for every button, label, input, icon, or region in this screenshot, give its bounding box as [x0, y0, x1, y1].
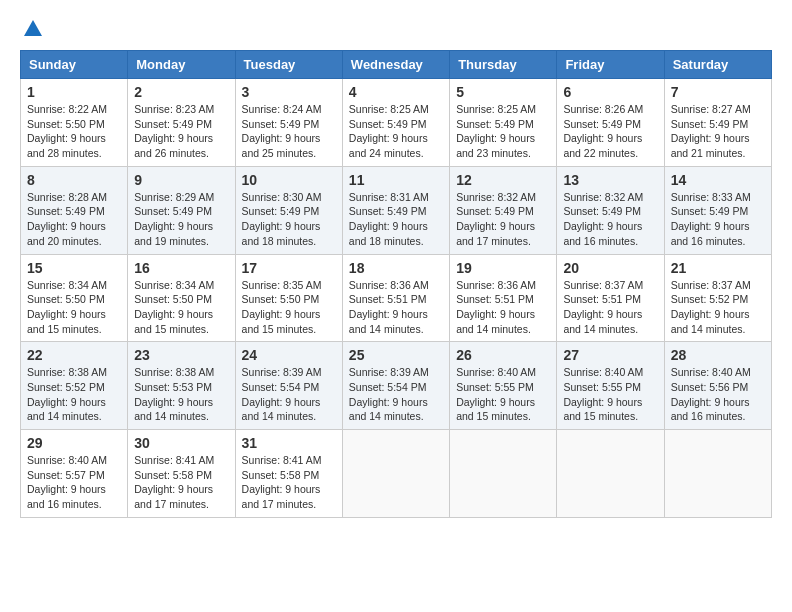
daylight-text: Daylight: 9 hours and 24 minutes. [349, 131, 443, 160]
day-number: 2 [134, 84, 228, 100]
sunset-text: Sunset: 5:49 PM [456, 204, 550, 219]
day-info: Sunrise: 8:40 AM Sunset: 5:56 PM Dayligh… [671, 365, 765, 424]
logo [20, 20, 44, 40]
sunset-text: Sunset: 5:56 PM [671, 380, 765, 395]
calendar-cell: 23 Sunrise: 8:38 AM Sunset: 5:53 PM Dayl… [128, 342, 235, 430]
sunrise-text: Sunrise: 8:41 AM [134, 453, 228, 468]
day-info: Sunrise: 8:25 AM Sunset: 5:49 PM Dayligh… [456, 102, 550, 161]
day-info: Sunrise: 8:37 AM Sunset: 5:52 PM Dayligh… [671, 278, 765, 337]
calendar-cell: 5 Sunrise: 8:25 AM Sunset: 5:49 PM Dayli… [450, 79, 557, 167]
day-number: 25 [349, 347, 443, 363]
day-info: Sunrise: 8:37 AM Sunset: 5:51 PM Dayligh… [563, 278, 657, 337]
day-number: 10 [242, 172, 336, 188]
calendar-cell: 26 Sunrise: 8:40 AM Sunset: 5:55 PM Dayl… [450, 342, 557, 430]
sunset-text: Sunset: 5:50 PM [134, 292, 228, 307]
day-info: Sunrise: 8:41 AM Sunset: 5:58 PM Dayligh… [242, 453, 336, 512]
sunrise-text: Sunrise: 8:25 AM [349, 102, 443, 117]
calendar-cell: 28 Sunrise: 8:40 AM Sunset: 5:56 PM Dayl… [664, 342, 771, 430]
day-of-week-sunday: Sunday [21, 51, 128, 79]
day-number: 21 [671, 260, 765, 276]
daylight-text: Daylight: 9 hours and 15 minutes. [134, 307, 228, 336]
sunrise-text: Sunrise: 8:25 AM [456, 102, 550, 117]
day-number: 19 [456, 260, 550, 276]
day-info: Sunrise: 8:27 AM Sunset: 5:49 PM Dayligh… [671, 102, 765, 161]
sunrise-text: Sunrise: 8:38 AM [134, 365, 228, 380]
daylight-text: Daylight: 9 hours and 21 minutes. [671, 131, 765, 160]
daylight-text: Daylight: 9 hours and 14 minutes. [456, 307, 550, 336]
calendar-cell: 27 Sunrise: 8:40 AM Sunset: 5:55 PM Dayl… [557, 342, 664, 430]
calendar-cell [342, 430, 449, 518]
sunset-text: Sunset: 5:49 PM [242, 117, 336, 132]
sunset-text: Sunset: 5:49 PM [671, 117, 765, 132]
calendar-cell [664, 430, 771, 518]
calendar-cell: 9 Sunrise: 8:29 AM Sunset: 5:49 PM Dayli… [128, 166, 235, 254]
daylight-text: Daylight: 9 hours and 26 minutes. [134, 131, 228, 160]
sunset-text: Sunset: 5:55 PM [563, 380, 657, 395]
day-info: Sunrise: 8:40 AM Sunset: 5:55 PM Dayligh… [563, 365, 657, 424]
sunset-text: Sunset: 5:49 PM [563, 204, 657, 219]
sunrise-text: Sunrise: 8:37 AM [563, 278, 657, 293]
sunrise-text: Sunrise: 8:40 AM [27, 453, 121, 468]
day-number: 1 [27, 84, 121, 100]
calendar-cell: 8 Sunrise: 8:28 AM Sunset: 5:49 PM Dayli… [21, 166, 128, 254]
sunrise-text: Sunrise: 8:29 AM [134, 190, 228, 205]
sunset-text: Sunset: 5:51 PM [456, 292, 550, 307]
day-number: 15 [27, 260, 121, 276]
day-info: Sunrise: 8:32 AM Sunset: 5:49 PM Dayligh… [563, 190, 657, 249]
sunset-text: Sunset: 5:49 PM [134, 204, 228, 219]
sunset-text: Sunset: 5:58 PM [134, 468, 228, 483]
calendar-cell [450, 430, 557, 518]
sunset-text: Sunset: 5:52 PM [671, 292, 765, 307]
sunrise-text: Sunrise: 8:23 AM [134, 102, 228, 117]
sunset-text: Sunset: 5:49 PM [27, 204, 121, 219]
day-info: Sunrise: 8:28 AM Sunset: 5:49 PM Dayligh… [27, 190, 121, 249]
calendar-cell: 15 Sunrise: 8:34 AM Sunset: 5:50 PM Dayl… [21, 254, 128, 342]
day-number: 14 [671, 172, 765, 188]
calendar-cell: 6 Sunrise: 8:26 AM Sunset: 5:49 PM Dayli… [557, 79, 664, 167]
day-number: 30 [134, 435, 228, 451]
daylight-text: Daylight: 9 hours and 25 minutes. [242, 131, 336, 160]
day-number: 26 [456, 347, 550, 363]
calendar-cell: 2 Sunrise: 8:23 AM Sunset: 5:49 PM Dayli… [128, 79, 235, 167]
day-info: Sunrise: 8:40 AM Sunset: 5:55 PM Dayligh… [456, 365, 550, 424]
page-header [20, 20, 772, 40]
calendar-cell: 29 Sunrise: 8:40 AM Sunset: 5:57 PM Dayl… [21, 430, 128, 518]
day-number: 5 [456, 84, 550, 100]
sunset-text: Sunset: 5:49 PM [349, 204, 443, 219]
day-info: Sunrise: 8:26 AM Sunset: 5:49 PM Dayligh… [563, 102, 657, 161]
daylight-text: Daylight: 9 hours and 16 minutes. [27, 482, 121, 511]
calendar-cell [557, 430, 664, 518]
day-info: Sunrise: 8:38 AM Sunset: 5:53 PM Dayligh… [134, 365, 228, 424]
calendar-cell: 10 Sunrise: 8:30 AM Sunset: 5:49 PM Dayl… [235, 166, 342, 254]
calendar-cell: 21 Sunrise: 8:37 AM Sunset: 5:52 PM Dayl… [664, 254, 771, 342]
day-info: Sunrise: 8:34 AM Sunset: 5:50 PM Dayligh… [134, 278, 228, 337]
sunset-text: Sunset: 5:54 PM [349, 380, 443, 395]
day-number: 23 [134, 347, 228, 363]
sunrise-text: Sunrise: 8:27 AM [671, 102, 765, 117]
day-info: Sunrise: 8:35 AM Sunset: 5:50 PM Dayligh… [242, 278, 336, 337]
calendar-cell: 1 Sunrise: 8:22 AM Sunset: 5:50 PM Dayli… [21, 79, 128, 167]
calendar-week-5: 29 Sunrise: 8:40 AM Sunset: 5:57 PM Dayl… [21, 430, 772, 518]
day-number: 13 [563, 172, 657, 188]
sunrise-text: Sunrise: 8:40 AM [456, 365, 550, 380]
day-number: 24 [242, 347, 336, 363]
day-number: 17 [242, 260, 336, 276]
day-info: Sunrise: 8:32 AM Sunset: 5:49 PM Dayligh… [456, 190, 550, 249]
daylight-text: Daylight: 9 hours and 14 minutes. [134, 395, 228, 424]
day-info: Sunrise: 8:29 AM Sunset: 5:49 PM Dayligh… [134, 190, 228, 249]
calendar-cell: 20 Sunrise: 8:37 AM Sunset: 5:51 PM Dayl… [557, 254, 664, 342]
daylight-text: Daylight: 9 hours and 15 minutes. [242, 307, 336, 336]
logo-triangle-icon [22, 18, 44, 40]
daylight-text: Daylight: 9 hours and 18 minutes. [242, 219, 336, 248]
calendar-header-row: SundayMondayTuesdayWednesdayThursdayFrid… [21, 51, 772, 79]
daylight-text: Daylight: 9 hours and 28 minutes. [27, 131, 121, 160]
sunrise-text: Sunrise: 8:39 AM [349, 365, 443, 380]
sunset-text: Sunset: 5:49 PM [671, 204, 765, 219]
daylight-text: Daylight: 9 hours and 22 minutes. [563, 131, 657, 160]
daylight-text: Daylight: 9 hours and 14 minutes. [563, 307, 657, 336]
daylight-text: Daylight: 9 hours and 15 minutes. [456, 395, 550, 424]
day-number: 16 [134, 260, 228, 276]
day-of-week-tuesday: Tuesday [235, 51, 342, 79]
day-number: 12 [456, 172, 550, 188]
sunrise-text: Sunrise: 8:39 AM [242, 365, 336, 380]
